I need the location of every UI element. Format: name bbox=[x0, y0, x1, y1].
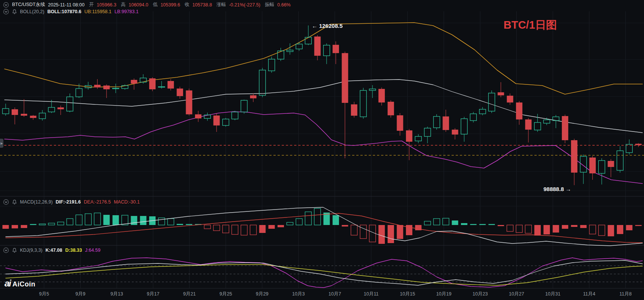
low-value: 105399.6 bbox=[160, 2, 180, 8]
kdj-k-value: K:47.08 bbox=[46, 248, 62, 253]
open-label: 开 bbox=[89, 2, 94, 8]
x-axis-label: 10月31 bbox=[538, 291, 568, 297]
collapse-chevron-icon[interactable] bbox=[3, 9, 9, 15]
boll-ub-value: UB:115958.1 bbox=[84, 9, 111, 14]
x-axis-label: 9月5 bbox=[29, 291, 59, 297]
kdj-d-value: D:38.33 bbox=[65, 248, 82, 253]
x-axis-label: 11月8 bbox=[610, 291, 641, 297]
alert-bell-icon[interactable] bbox=[12, 248, 17, 253]
aicoin-logo-mark: ai bbox=[5, 278, 11, 289]
symbol-name[interactable]: BTC/USDT永续 bbox=[12, 2, 45, 8]
boll-indicator-row: BOLL(20,2) BOLL:107870.6 UB:115958.1 LB:… bbox=[3, 9, 139, 15]
x-axis-label: 11月4 bbox=[574, 291, 604, 297]
kdj-indicator-row: KDJ(9,3,3) K:47.08 D:38.33 J:64.59 bbox=[3, 247, 101, 253]
close-label: 收 bbox=[185, 2, 189, 8]
collapse-chevron-icon[interactable] bbox=[3, 2, 9, 8]
high-label: 高 bbox=[121, 2, 126, 8]
kdj-j-value: J:64.59 bbox=[85, 248, 101, 253]
low-label: 低 bbox=[153, 2, 158, 8]
x-axis-label: 10月23 bbox=[465, 291, 495, 297]
amplitude-value: 0.66% bbox=[277, 2, 290, 8]
aicoin-logo: ai AiCoin bbox=[5, 278, 35, 289]
alert-bell-icon[interactable] bbox=[12, 199, 17, 205]
collapse-chevron-icon[interactable] bbox=[3, 247, 9, 253]
header-row: BTC/USDT永续 2025-11-11 08:00 开 105966.3 高… bbox=[3, 2, 291, 8]
x-axis-label: 10月7 bbox=[320, 291, 350, 297]
macd-hist-value: MACD:-30.1 bbox=[114, 199, 140, 205]
low-price-annotation: 98888.8 → bbox=[543, 186, 571, 192]
x-axis-label: 9月17 bbox=[138, 291, 168, 297]
change-value: -0.21%(-227.5) bbox=[229, 2, 260, 8]
macd-name[interactable]: MACD(12,26,9) bbox=[20, 199, 53, 205]
high-value: 106094.0 bbox=[128, 2, 148, 8]
boll-mid-value: BOLL:107870.6 bbox=[47, 9, 81, 14]
chart-watermark-title: BTC/1日图 bbox=[504, 18, 557, 33]
x-axis-label: 10月15 bbox=[392, 291, 423, 297]
macd-indicator-row: MACD(12,26,9) DIF:-2191.6 DEA:-2176.5 MA… bbox=[3, 199, 140, 205]
close-value: 105738.8 bbox=[192, 2, 212, 8]
high-price-annotation: ← 126208.5 bbox=[312, 23, 343, 29]
x-axis-label: 9月13 bbox=[102, 291, 132, 297]
x-axis-label: 9月25 bbox=[211, 291, 241, 297]
x-axis-label: 10月11 bbox=[356, 291, 386, 297]
x-axis-label: 9月21 bbox=[174, 291, 204, 297]
trading-chart-app: BTC/USDT永续 2025-11-11 08:00 开 105966.3 高… bbox=[0, 0, 644, 300]
aicoin-logo-text: AiCoin bbox=[12, 280, 35, 288]
macd-dif-value: DIF:-2191.6 bbox=[56, 199, 81, 205]
chart-canvas[interactable] bbox=[0, 0, 644, 300]
open-value: 105966.3 bbox=[97, 2, 116, 8]
macd-dea-value: DEA:-2176.5 bbox=[84, 199, 111, 205]
alert-bell-icon[interactable] bbox=[12, 9, 17, 14]
x-axis-label: 10月27 bbox=[502, 291, 532, 297]
collapse-chevron-icon[interactable] bbox=[3, 199, 9, 205]
x-axis-label: 9月9 bbox=[66, 291, 96, 297]
amplitude-label: 振幅 bbox=[265, 2, 274, 8]
sidebar-collapse-handle[interactable]: ▶ bbox=[0, 139, 3, 148]
x-axis-label: 10月3 bbox=[284, 291, 314, 297]
x-axis[interactable]: 9月59月99月139月179月219月259月2910月310月710月111… bbox=[0, 290, 644, 300]
change-label: 涨幅 bbox=[217, 2, 226, 8]
boll-name[interactable]: BOLL(20,2) bbox=[20, 9, 44, 14]
kdj-name[interactable]: KDJ(9,3,3) bbox=[20, 248, 43, 253]
bar-datetime: 2025-11-11 08:00 bbox=[48, 2, 85, 8]
x-axis-label: 9月29 bbox=[247, 291, 277, 297]
x-axis-label: 10月19 bbox=[429, 291, 459, 297]
boll-lb-value: LB:99783.1 bbox=[114, 9, 139, 14]
